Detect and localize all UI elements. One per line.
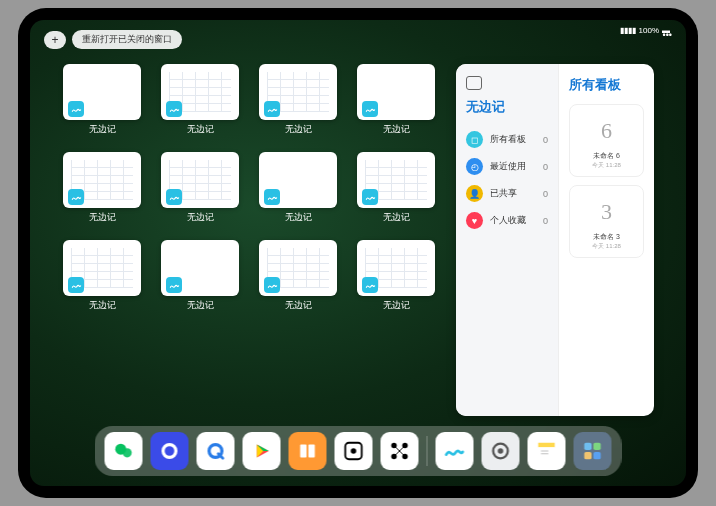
thumbnail-label: 无边记 bbox=[89, 123, 116, 136]
freeform-app-icon bbox=[166, 101, 182, 117]
dock bbox=[95, 426, 622, 476]
sidebar-item[interactable]: ◴ 最近使用 0 bbox=[466, 153, 548, 180]
ipad-frame: ▮▮▮▮ 100% ▬ + 重新打开已关闭的窗口 ••• 无边记无边记无边记无边… bbox=[18, 8, 698, 498]
dock-app-app-library[interactable] bbox=[574, 432, 612, 470]
window-thumbnail[interactable]: 无边记 bbox=[356, 240, 436, 316]
window-thumbnail[interactable]: 无边记 bbox=[160, 64, 240, 140]
svg-point-19 bbox=[498, 448, 504, 454]
thumbnail-preview bbox=[63, 240, 141, 296]
freeform-app-icon bbox=[264, 277, 280, 293]
thumbnail-label: 无边记 bbox=[89, 211, 116, 224]
board-time: 今天 11:28 bbox=[592, 242, 621, 251]
dock-app-quark[interactable] bbox=[151, 432, 189, 470]
freeform-app-icon bbox=[362, 101, 378, 117]
thumbnail-preview bbox=[259, 152, 337, 208]
battery-text: 100% bbox=[639, 26, 659, 35]
window-thumbnail[interactable]: 无边记 bbox=[62, 152, 142, 228]
thumbnail-label: 无边记 bbox=[383, 299, 410, 312]
sidebar-item-count: 0 bbox=[543, 162, 548, 172]
dock-app-browser[interactable] bbox=[197, 432, 235, 470]
reopen-closed-window-button[interactable]: 重新打开已关闭的窗口 bbox=[72, 30, 182, 49]
new-tab-button[interactable]: + bbox=[44, 31, 66, 49]
freeform-app-icon bbox=[68, 189, 84, 205]
board-card[interactable]: 3 未命名 3 今天 11:28 bbox=[569, 185, 644, 258]
thumbnail-label: 无边记 bbox=[383, 123, 410, 136]
window-thumbnail[interactable]: 无边记 bbox=[62, 64, 142, 140]
dock-app-dice[interactable] bbox=[335, 432, 373, 470]
thumbnail-preview bbox=[357, 152, 435, 208]
thumbnail-preview bbox=[161, 64, 239, 120]
thumbnail-preview bbox=[161, 240, 239, 296]
svg-point-2 bbox=[163, 445, 176, 458]
thumbnail-preview bbox=[63, 152, 141, 208]
thumbnail-preview bbox=[259, 64, 337, 120]
freeform-content: 所有看板 6 未命名 6 今天 11:283 未命名 3 今天 11:28 bbox=[559, 64, 654, 416]
freeform-app-icon bbox=[166, 277, 182, 293]
sidebar-item-icon: ◴ bbox=[466, 158, 483, 175]
dock-app-notes[interactable] bbox=[528, 432, 566, 470]
board-label: 未命名 6 bbox=[593, 151, 620, 161]
svg-rect-8 bbox=[300, 445, 306, 458]
window-thumbnail[interactable]: 无边记 bbox=[356, 152, 436, 228]
board-preview: 6 bbox=[578, 111, 634, 151]
sidebar-title: 无边记 bbox=[466, 98, 548, 116]
sidebar-item-icon: ♥ bbox=[466, 212, 483, 229]
thumbnail-preview bbox=[357, 240, 435, 296]
signal-icon: ▮▮▮▮ bbox=[620, 26, 636, 35]
sidebar-item-label: 个人收藏 bbox=[490, 214, 526, 227]
thumbnail-preview bbox=[161, 152, 239, 208]
svg-rect-27 bbox=[593, 452, 600, 459]
sidebar-item-count: 0 bbox=[543, 135, 548, 145]
dock-app-settings[interactable] bbox=[482, 432, 520, 470]
sidebar-item[interactable]: 👤 已共享 0 bbox=[466, 180, 548, 207]
board-card[interactable]: 6 未命名 6 今天 11:28 bbox=[569, 104, 644, 177]
sidebar-item-label: 已共享 bbox=[490, 187, 517, 200]
dock-app-wechat[interactable] bbox=[105, 432, 143, 470]
board-time: 今天 11:28 bbox=[592, 161, 621, 170]
window-thumbnail[interactable]: 无边记 bbox=[160, 152, 240, 228]
sidebar-item-icon: 👤 bbox=[466, 185, 483, 202]
freeform-app-icon bbox=[362, 189, 378, 205]
window-thumbnail[interactable]: 无边记 bbox=[356, 64, 436, 140]
sidebar-toggle-icon[interactable] bbox=[466, 76, 482, 90]
freeform-app-icon bbox=[264, 189, 280, 205]
thumbnail-label: 无边记 bbox=[285, 211, 312, 224]
thumbnail-label: 无边记 bbox=[285, 299, 312, 312]
freeform-sidebar: 无边记 ◻ 所有看板 0◴ 最近使用 0👤 已共享 0♥ 个人收藏 0 bbox=[456, 64, 559, 416]
freeform-app-icon bbox=[362, 277, 378, 293]
window-thumbnail[interactable]: 无边记 bbox=[258, 240, 338, 316]
dock-app-books[interactable] bbox=[289, 432, 327, 470]
sidebar-item-count: 0 bbox=[543, 189, 548, 199]
svg-rect-20 bbox=[538, 443, 555, 448]
svg-rect-9 bbox=[308, 445, 314, 458]
top-controls: + 重新打开已关闭的窗口 bbox=[44, 30, 182, 49]
dock-app-freeform[interactable] bbox=[436, 432, 474, 470]
dock-app-connect[interactable] bbox=[381, 432, 419, 470]
svg-rect-26 bbox=[584, 452, 591, 459]
thumbnail-label: 无边记 bbox=[187, 123, 214, 136]
thumbnail-label: 无边记 bbox=[89, 299, 116, 312]
freeform-app-icon bbox=[166, 189, 182, 205]
sidebar-item[interactable]: ♥ 个人收藏 0 bbox=[466, 207, 548, 234]
svg-rect-25 bbox=[593, 443, 600, 450]
thumbnail-label: 无边记 bbox=[383, 211, 410, 224]
thumbnail-preview bbox=[63, 64, 141, 120]
board-preview: 3 bbox=[578, 192, 634, 232]
window-thumbnail[interactable]: 无边记 bbox=[160, 240, 240, 316]
app-window-freeform: 无边记 ◻ 所有看板 0◴ 最近使用 0👤 已共享 0♥ 个人收藏 0 所有看板… bbox=[456, 64, 654, 416]
dock-separator bbox=[427, 436, 428, 466]
window-thumbnail[interactable]: 无边记 bbox=[62, 240, 142, 316]
freeform-app-icon bbox=[264, 101, 280, 117]
more-menu-button[interactable]: ••• bbox=[663, 30, 672, 40]
dock-app-play[interactable] bbox=[243, 432, 281, 470]
screen: ▮▮▮▮ 100% ▬ + 重新打开已关闭的窗口 ••• 无边记无边记无边记无边… bbox=[30, 20, 686, 486]
svg-point-1 bbox=[123, 448, 132, 457]
sidebar-item-label: 所有看板 bbox=[490, 133, 526, 146]
window-thumbnail[interactable]: 无边记 bbox=[258, 64, 338, 140]
thumbnail-label: 无边记 bbox=[285, 123, 312, 136]
window-thumbnail[interactable]: 无边记 bbox=[258, 152, 338, 228]
sidebar-item[interactable]: ◻ 所有看板 0 bbox=[466, 126, 548, 153]
sidebar-item-label: 最近使用 bbox=[490, 160, 526, 173]
svg-point-11 bbox=[351, 448, 357, 454]
sidebar-item-icon: ◻ bbox=[466, 131, 483, 148]
